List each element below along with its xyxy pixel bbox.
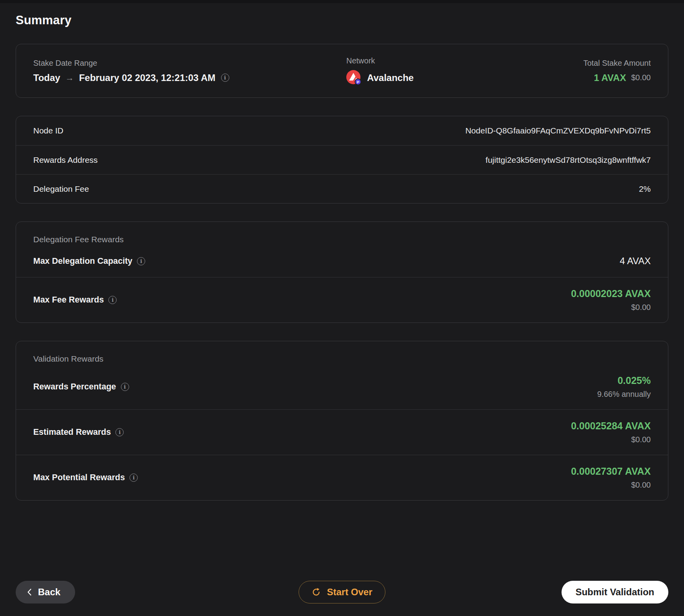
back-button-label: Back <box>38 587 60 598</box>
total-stake-usd: $0.00 <box>631 73 651 82</box>
max-delegation-capacity-info-icon[interactable]: i <box>137 257 145 265</box>
stake-date-from: Today <box>33 72 60 83</box>
node-id-label: Node ID <box>33 126 63 135</box>
max-delegation-capacity-label: Max Delegation Capacity <box>33 256 132 266</box>
network-name: Avalanche <box>367 72 414 83</box>
rewards-percentage-value: 0.025% <box>597 375 651 386</box>
total-stake-amount: 1 AVAX <box>594 72 626 83</box>
row-max-potential-rewards: Max Potential Rewards i 0.00027307 AVAX … <box>16 455 668 500</box>
rewards-percentage-annual: 9.66% annually <box>597 390 651 399</box>
row-rewards-percentage: Rewards Percentage i 0.025% 9.66% annual… <box>16 364 668 409</box>
row-estimated-rewards: Estimated Rewards i 0.00025284 AVAX $0.0… <box>16 409 668 455</box>
rewards-address-value: fujittgi2e3k56enytwSd78rtOtsq3izg8wnftff… <box>486 155 651 165</box>
refresh-icon <box>311 587 321 597</box>
max-potential-rewards-info-icon[interactable]: i <box>130 474 138 482</box>
max-fee-rewards-info-icon[interactable]: i <box>108 296 117 304</box>
max-potential-rewards-value: 0.00027307 AVAX <box>571 466 651 477</box>
submit-validation-button[interactable]: Submit Validation <box>562 581 668 603</box>
network-section: Network P Avalanche <box>346 56 414 86</box>
row-max-delegation-capacity: Max Delegation Capacity i 4 AVAX <box>16 245 668 277</box>
rewards-address-label: Rewards Address <box>33 155 98 165</box>
max-fee-rewards-usd: $0.00 <box>571 303 651 312</box>
estimated-rewards-info-icon[interactable]: i <box>115 428 124 436</box>
avalanche-network-icon: P <box>346 70 362 86</box>
delegation-fee-rewards-title: Delegation Fee Rewards <box>16 222 668 245</box>
delegation-fee-value: 2% <box>639 184 651 194</box>
arrow-right-icon: → <box>65 73 74 83</box>
network-label: Network <box>346 56 414 65</box>
stake-date-range-label: Stake Date Range <box>33 59 346 68</box>
delegation-fee-label: Delegation Fee <box>33 184 89 194</box>
table-row-node-id: Node ID NodeID-Q8Gfaaio9FAqCmZVEXDq9bFvN… <box>16 116 668 145</box>
max-potential-rewards-label: Max Potential Rewards <box>33 473 125 483</box>
footer-actions: Back Start Over Submit Validation <box>16 581 668 603</box>
stake-date-info-icon[interactable]: i <box>221 74 229 82</box>
row-max-fee-rewards: Max Fee Rewards i 0.00002023 AVAX $0.00 <box>16 277 668 322</box>
table-row-delegation-fee: Delegation Fee 2% <box>16 174 668 203</box>
start-over-button-label: Start Over <box>327 587 372 598</box>
chevron-left-icon <box>27 588 32 596</box>
top-strip <box>0 0 684 3</box>
delegation-fee-rewards-card: Delegation Fee Rewards Max Delegation Ca… <box>16 222 668 323</box>
table-row-rewards-address: Rewards Address fujittgi2e3k56enytwSd78r… <box>16 145 668 174</box>
max-delegation-capacity-value: 4 AVAX <box>620 256 651 267</box>
stake-overview-card: Stake Date Range Today → February 02 202… <box>16 44 668 98</box>
max-potential-rewards-usd: $0.00 <box>571 481 651 490</box>
start-over-button[interactable]: Start Over <box>299 581 385 603</box>
estimated-rewards-label: Estimated Rewards <box>33 427 111 437</box>
p-chain-badge: P <box>357 79 360 84</box>
rewards-percentage-label: Rewards Percentage <box>33 382 116 392</box>
validation-rewards-title: Validation Rewards <box>16 341 668 364</box>
submit-validation-label: Submit Validation <box>576 587 654 598</box>
total-stake-label: Total Stake Amount <box>583 59 651 68</box>
stake-date-range: Stake Date Range Today → February 02 202… <box>33 59 346 83</box>
total-stake-section: Total Stake Amount 1 AVAX $0.00 <box>583 59 651 83</box>
back-button[interactable]: Back <box>16 581 75 603</box>
page-title: Summary <box>16 13 668 27</box>
node-details-card: Node ID NodeID-Q8Gfaaio9FAqCmZVEXDq9bFvN… <box>16 116 668 204</box>
estimated-rewards-usd: $0.00 <box>571 435 651 444</box>
stake-date-to: February 02 2023, 12:21:03 AM <box>79 72 216 83</box>
max-fee-rewards-label: Max Fee Rewards <box>33 295 104 305</box>
rewards-percentage-info-icon[interactable]: i <box>121 383 129 391</box>
node-id-value: NodeID-Q8Gfaaio9FAqCmZVEXDq9bFvNPvDi7rt5 <box>465 126 651 135</box>
summary-page: Summary Stake Date Range Today → Februar… <box>0 0 684 616</box>
estimated-rewards-value: 0.00025284 AVAX <box>571 420 651 432</box>
validation-rewards-card: Validation Rewards Rewards Percentage i … <box>16 341 668 501</box>
max-fee-rewards-value: 0.00002023 AVAX <box>571 288 651 299</box>
